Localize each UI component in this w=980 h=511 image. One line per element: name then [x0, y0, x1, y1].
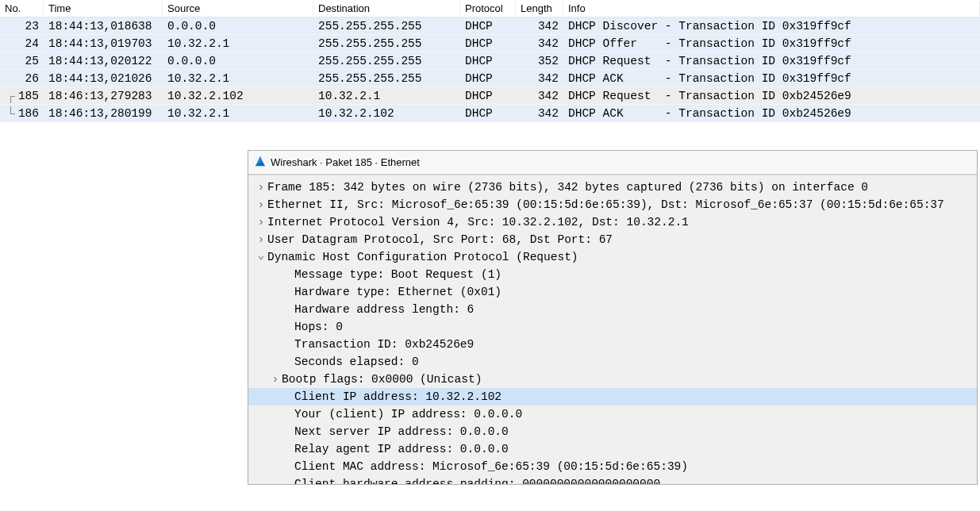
tree-item-label: Bootp flags: 0x0000 (Unicast)	[282, 373, 482, 386]
cell-destination: 255.255.255.255	[313, 36, 460, 51]
cell-info: DHCP Discover - Transaction ID 0x319ff9c…	[563, 19, 980, 33]
tree-item[interactable]: Message type: Boot Request (1)	[248, 266, 977, 283]
tree-item[interactable]: Transaction ID: 0xb24526e9	[248, 336, 977, 353]
collapse-icon[interactable]	[269, 373, 282, 386]
cell-no: 23	[0, 19, 44, 33]
cell-destination: 255.255.255.255	[313, 71, 460, 86]
cell-info: DHCP Request - Transaction ID 0xb24526e9	[563, 89, 980, 103]
tree-item[interactable]: Next server IP address: 0.0.0.0	[248, 423, 977, 440]
tree-item-label: Client IP address: 10.32.2.102	[294, 390, 502, 403]
expand-icon[interactable]	[255, 253, 267, 261]
tree-item-label: Transaction ID: 0xb24526e9	[294, 338, 474, 351]
tree-item[interactable]: Frame 185: 342 bytes on wire (2736 bits)…	[248, 179, 977, 196]
col-header-no[interactable]: No.	[0, 1, 44, 16]
packet-row[interactable]: 2618:44:13,02102610.32.2.1255.255.255.25…	[0, 70, 980, 87]
col-header-source[interactable]: Source	[163, 1, 313, 16]
tree-item[interactable]: User Datagram Protocol, Src Port: 68, Ds…	[248, 231, 977, 248]
tree-item-label: Dynamic Host Configuration Protocol (Req…	[267, 251, 578, 263]
tree-item[interactable]: Your (client) IP address: 0.0.0.0	[248, 405, 977, 423]
col-header-info[interactable]: Info	[563, 1, 980, 16]
cell-protocol: DHCP	[460, 71, 516, 86]
cell-source: 0.0.0.0	[163, 19, 313, 33]
cell-protocol: DHCP	[460, 19, 516, 33]
cell-no: 26	[0, 71, 44, 86]
cell-length: 342	[516, 36, 563, 51]
tree-item-label: Hops: 0	[294, 321, 343, 333]
packet-row[interactable]: 18518:46:13,27928310.32.2.10210.32.2.1DH…	[0, 87, 980, 105]
packet-list[interactable]: No. Time Source Destination Protocol Len…	[0, 0, 980, 122]
cell-info: DHCP ACK - Transaction ID 0xb24526e9	[563, 106, 980, 121]
packet-detail-window: Wireshark · Paket 185 · Ethernet Frame 1…	[248, 150, 978, 485]
cell-destination: 255.255.255.255	[313, 19, 460, 33]
cell-destination: 255.255.255.255	[313, 54, 460, 68]
col-header-protocol[interactable]: Protocol	[460, 1, 516, 16]
cell-no: 24	[0, 36, 44, 51]
tree-item-label: Hardware address length: 6	[294, 303, 474, 316]
tree-item-label: Relay agent IP address: 0.0.0.0	[294, 443, 509, 455]
detail-title-bar[interactable]: Wireshark · Paket 185 · Ethernet	[248, 151, 977, 175]
cell-length: 342	[516, 19, 563, 33]
packet-list-header[interactable]: No. Time Source Destination Protocol Len…	[0, 0, 980, 17]
cell-time: 18:44:13,021026	[44, 71, 163, 86]
packet-row[interactable]: 2418:44:13,01970310.32.2.1255.255.255.25…	[0, 35, 980, 52]
tree-item[interactable]: Client IP address: 10.32.2.102	[248, 388, 977, 405]
tree-item-label: Client MAC address: Microsof_6e:65:39 (0…	[294, 460, 688, 473]
col-header-length[interactable]: Length	[516, 1, 563, 16]
tree-item-label: Message type: Boot Request (1)	[294, 268, 502, 281]
tree-item-label: Your (client) IP address: 0.0.0.0	[294, 408, 522, 421]
tree-item-label: Client hardware address padding: 0000000…	[294, 478, 660, 484]
tree-item[interactable]: Ethernet II, Src: Microsof_6e:65:39 (00:…	[248, 196, 977, 213]
col-header-time[interactable]: Time	[44, 1, 163, 16]
cell-length: 342	[516, 106, 563, 121]
cell-time: 18:44:13,019703	[44, 36, 163, 51]
cell-length: 342	[516, 89, 563, 103]
collapse-icon[interactable]	[255, 216, 267, 229]
related-packet-bracket-icon	[8, 106, 14, 121]
tree-item[interactable]: Client MAC address: Microsof_6e:65:39 (0…	[248, 458, 977, 475]
packet-detail-tree[interactable]: Frame 185: 342 bytes on wire (2736 bits)…	[248, 175, 977, 484]
tree-item[interactable]: Hops: 0	[248, 318, 977, 336]
tree-item[interactable]: Internet Protocol Version 4, Src: 10.32.…	[248, 213, 977, 231]
cell-time: 18:46:13,279283	[44, 89, 163, 103]
collapse-icon[interactable]	[255, 198, 267, 211]
cell-time: 18:46:13,280199	[44, 106, 163, 121]
cell-source: 10.32.2.1	[163, 71, 313, 86]
tree-item[interactable]: Seconds elapsed: 0	[248, 353, 977, 371]
col-header-destination[interactable]: Destination	[313, 1, 460, 16]
tree-item-label: Internet Protocol Version 4, Src: 10.32.…	[267, 216, 689, 229]
cell-time: 18:44:13,018638	[44, 19, 163, 33]
cell-protocol: DHCP	[460, 106, 516, 121]
related-packet-bracket-icon	[8, 89, 14, 103]
cell-protocol: DHCP	[460, 36, 516, 51]
cell-no: 25	[0, 54, 44, 68]
cell-source: 10.32.2.102	[163, 89, 313, 103]
packet-row[interactable]: 18618:46:13,28019910.32.2.110.32.2.102DH…	[0, 105, 980, 122]
tree-item[interactable]: Dynamic Host Configuration Protocol (Req…	[248, 248, 977, 266]
tree-item[interactable]: Relay agent IP address: 0.0.0.0	[248, 440, 977, 458]
cell-length: 352	[516, 54, 563, 68]
cell-source: 10.32.2.1	[163, 106, 313, 121]
tree-item-label: Seconds elapsed: 0	[294, 355, 419, 368]
tree-item[interactable]: Client hardware address padding: 0000000…	[248, 475, 977, 484]
cell-length: 342	[516, 71, 563, 86]
cell-source: 10.32.2.1	[163, 36, 313, 51]
packet-row[interactable]: 2318:44:13,0186380.0.0.0255.255.255.255D…	[0, 17, 980, 35]
tree-item-label: Ethernet II, Src: Microsof_6e:65:39 (00:…	[267, 198, 944, 211]
cell-info: DHCP Request - Transaction ID 0x319ff9cf	[563, 54, 980, 68]
packet-row[interactable]: 2518:44:13,0201220.0.0.0255.255.255.255D…	[0, 52, 980, 70]
cell-destination: 10.32.2.102	[313, 106, 460, 121]
tree-item-label: User Datagram Protocol, Src Port: 68, Ds…	[267, 233, 613, 246]
collapse-icon[interactable]	[255, 181, 267, 194]
collapse-icon[interactable]	[255, 233, 267, 246]
cell-info: DHCP ACK - Transaction ID 0x319ff9cf	[563, 71, 980, 86]
detail-window-title: Wireshark · Paket 185 · Ethernet	[271, 156, 420, 168]
wireshark-icon	[255, 156, 266, 169]
tree-item[interactable]: Bootp flags: 0x0000 (Unicast)	[248, 371, 977, 388]
tree-item[interactable]: Hardware address length: 6	[248, 301, 977, 318]
tree-item[interactable]: Hardware type: Ethernet (0x01)	[248, 283, 977, 301]
tree-item-label: Frame 185: 342 bytes on wire (2736 bits)…	[267, 181, 868, 194]
cell-no: 186	[0, 106, 44, 121]
cell-time: 18:44:13,020122	[44, 54, 163, 68]
tree-item-label: Hardware type: Ethernet (0x01)	[294, 286, 502, 298]
cell-destination: 10.32.2.1	[313, 89, 460, 103]
